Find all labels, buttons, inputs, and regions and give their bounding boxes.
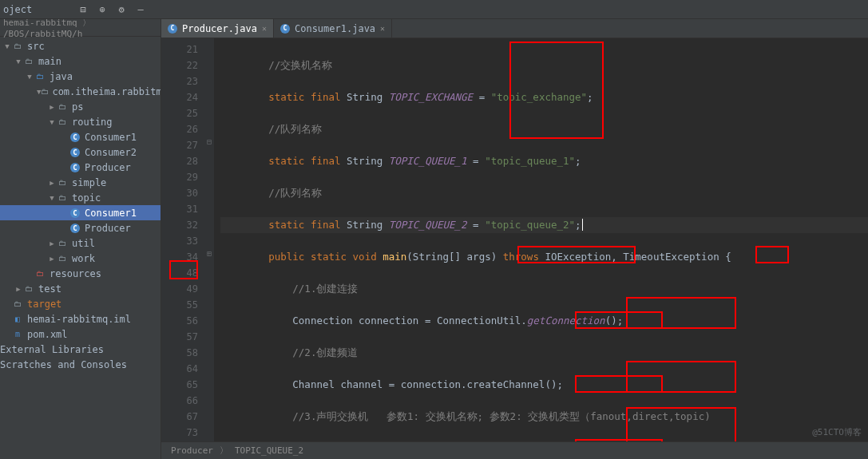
- hide-icon[interactable]: —: [134, 3, 147, 16]
- tree-test[interactable]: ▶🗀test: [0, 281, 161, 296]
- package-icon: 🗀: [56, 117, 69, 128]
- fold-column[interactable]: ⊟ ⊞: [204, 38, 214, 441]
- chevron-right-icon: 〉: [220, 445, 228, 457]
- package-icon: 🗀: [56, 253, 69, 264]
- tree-util[interactable]: ▶🗀util: [0, 235, 161, 251]
- tab-producer[interactable]: CProducer.java✕: [161, 19, 274, 38]
- class-icon: [69, 223, 81, 234]
- tree-pom[interactable]: mpom.xml: [0, 326, 161, 342]
- tab-consumer1[interactable]: CConsumer1.java✕: [274, 19, 392, 38]
- top-toolbar: oject ⊟ ⊕ ⚙ —: [0, 0, 868, 19]
- class-icon: [69, 147, 81, 158]
- tree-java[interactable]: ▼🗀java: [0, 69, 161, 84]
- line-gutter: 21 22 23 24 25 26 27 28 29 30 31 32 33 3…: [161, 38, 204, 441]
- gear-icon[interactable]: ⚙: [115, 3, 128, 16]
- fold-icon[interactable]: ⊞: [204, 249, 214, 265]
- tree-topic[interactable]: ▼🗀topic: [0, 190, 161, 205]
- editor-breadcrumb: Producer 〉 TOPIC_QUEUE_2: [161, 441, 868, 459]
- class-icon: C: [168, 24, 177, 34]
- package-icon: 🗀: [56, 238, 69, 249]
- tree-ps[interactable]: ▶🗀ps: [0, 99, 161, 114]
- code-editor[interactable]: 21 22 23 24 25 26 27 28 29 30 31 32 33 3…: [161, 38, 868, 441]
- class-icon: [69, 162, 81, 173]
- project-label: oject: [3, 4, 32, 15]
- breadcrumb-producer[interactable]: Producer: [171, 445, 213, 456]
- tree-topic-producer[interactable]: Producer: [0, 220, 161, 235]
- tree-routing-producer[interactable]: Producer: [0, 160, 161, 175]
- sidebar-breadcrumb: hemai-rabbitmq 〉 /BOS/rabbitMQ/h: [0, 19, 161, 37]
- tree-target[interactable]: 🗀target: [0, 296, 161, 311]
- class-icon: [69, 208, 81, 219]
- project-tree[interactable]: ▼🗀src ▼🗀main ▼🗀java ▼🗀com.itheima.rabbit…: [0, 37, 161, 459]
- editor-tabs: CProducer.java✕ CConsumer1.java✕: [161, 19, 868, 38]
- folder-icon: 🗀: [22, 283, 35, 295]
- package-icon: 🗀: [41, 86, 49, 97]
- tree-routing[interactable]: ▼🗀routing: [0, 114, 161, 129]
- tree-topic-consumer1[interactable]: Consumer1: [0, 205, 161, 220]
- resources-icon: 🗀: [34, 268, 46, 279]
- tree-main[interactable]: ▼🗀main: [0, 53, 161, 69]
- target-icon[interactable]: ⊕: [96, 3, 109, 16]
- project-sidebar: hemai-rabbitmq 〉 /BOS/rabbitMQ/h ▼🗀src ▼…: [0, 19, 161, 459]
- tree-routing-consumer1[interactable]: Consumer1: [0, 129, 161, 144]
- maven-icon: m: [11, 329, 24, 340]
- close-icon[interactable]: ✕: [380, 24, 385, 33]
- folder-icon: 🗀: [11, 299, 24, 310]
- tree-src[interactable]: ▼🗀src: [0, 38, 161, 53]
- tree-resources[interactable]: 🗀resources: [0, 266, 161, 281]
- tree-routing-consumer2[interactable]: Consumer2: [0, 144, 161, 160]
- fold-icon[interactable]: ⊟: [204, 137, 214, 153]
- tree-scratches[interactable]: Scratches and Consoles: [0, 357, 161, 372]
- tree-work[interactable]: ▶🗀work: [0, 251, 161, 266]
- tree-simple[interactable]: ▶🗀simple: [0, 175, 161, 190]
- tree-iml[interactable]: ◧hemai-rabbitmq.iml: [0, 311, 161, 326]
- close-icon[interactable]: ✕: [262, 24, 267, 33]
- package-icon: 🗀: [56, 177, 69, 188]
- class-icon: C: [280, 24, 290, 34]
- folder-icon: 🗀: [34, 71, 46, 82]
- code-content[interactable]: //交换机名称 static final String TOPIC_EXCHAN…: [214, 38, 868, 441]
- collapse-icon[interactable]: ⊟: [77, 3, 89, 16]
- tree-ext-lib[interactable]: External Libraries: [0, 342, 161, 357]
- iml-icon: ◧: [11, 314, 24, 325]
- class-icon: [69, 132, 81, 143]
- watermark: @51CTO博客: [812, 426, 862, 438]
- package-icon: 🗀: [56, 101, 69, 113]
- folder-icon: 🗀: [11, 41, 24, 52]
- folder-icon: 🗀: [22, 56, 35, 67]
- tree-pkg[interactable]: ▼🗀com.itheima.rabbitmq: [0, 84, 161, 99]
- package-icon: 🗀: [56, 192, 69, 204]
- breadcrumb-topic-queue-2[interactable]: TOPIC_QUEUE_2: [235, 445, 303, 456]
